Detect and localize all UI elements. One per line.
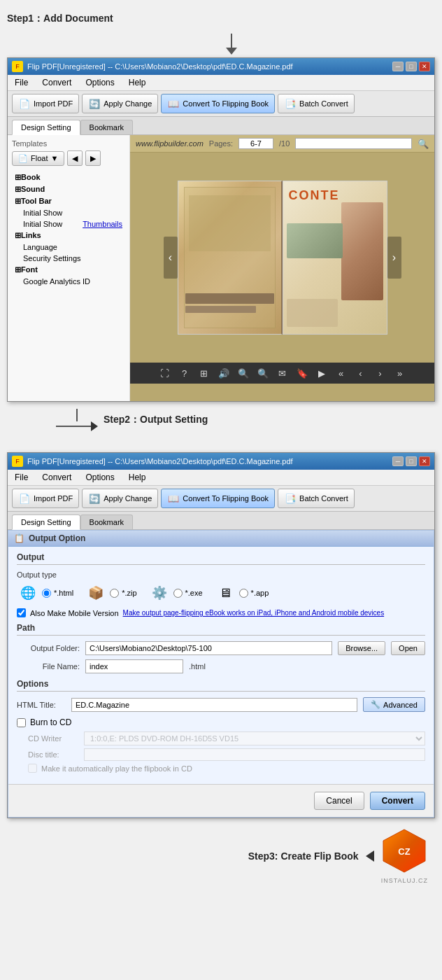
html-title-row: HTML Title: 🔧 Advanced <box>17 697 425 712</box>
output-type-exe: ⚙️ *.exe <box>148 583 203 603</box>
tree-analytics[interactable]: Google Analytics ID <box>12 276 125 287</box>
close-button[interactable]: ✕ <box>419 62 430 71</box>
zoom-in-button[interactable]: 🔍 <box>255 365 271 381</box>
output-type-app: 🖥 *.app <box>214 583 269 603</box>
autoplay-label: Make it automatically play the flipbook … <box>41 764 192 773</box>
apply-change-button[interactable]: 🔄 Apply Change <box>82 94 158 113</box>
open-button[interactable]: Open <box>391 641 425 655</box>
convert-button[interactable]: Convert <box>370 792 425 810</box>
maximize-button[interactable]: □ <box>406 62 417 71</box>
zip-radio[interactable] <box>110 589 119 598</box>
disc-title-input[interactable] <box>84 748 425 761</box>
maximize-button2[interactable]: □ <box>406 456 417 466</box>
app-label: *.app <box>251 589 269 597</box>
preview-area: www.flipbuilder.com Pages: /10 🔍 ‹ <box>130 135 434 401</box>
page-search-input[interactable] <box>295 138 412 149</box>
output-folder-input[interactable] <box>85 641 332 655</box>
path-section: Path Output Folder: Browse... Open File … <box>17 623 425 673</box>
apply-change-button2[interactable]: 🔄 Apply Change <box>82 489 158 508</box>
prev-page-button[interactable]: ‹ <box>164 237 178 279</box>
convert-flipping-book-button2[interactable]: 📖 Convert To Flipping Book <box>161 489 275 508</box>
tree-font[interactable]: ⊞Font <box>12 264 125 276</box>
menu2-options[interactable]: Options <box>83 471 117 484</box>
html-title-input[interactable] <box>71 698 357 712</box>
tree-initial-show[interactable]: Initial Show <box>12 207 125 218</box>
fullscreen-button[interactable]: ⛶ <box>157 365 173 381</box>
browse-button[interactable]: Browse... <box>338 641 385 655</box>
window2-titlebar: F Flip PDF[Unregistered] -- C:\Users\Mob… <box>8 453 434 470</box>
book-preview: ‹ <box>130 153 434 363</box>
menu-help[interactable]: Help <box>126 76 149 89</box>
tree-sound[interactable]: ⊞Sound <box>12 183 125 195</box>
pages-input[interactable] <box>238 138 273 149</box>
close-button2[interactable]: ✕ <box>419 456 430 466</box>
exe-radio[interactable] <box>173 589 183 598</box>
apply-icon: 🔄 <box>88 97 101 110</box>
flip-icon2: 📖 <box>167 492 180 505</box>
tree-toolbar[interactable]: ⊞Tool Bar <box>12 195 125 207</box>
first-page-button[interactable]: « <box>334 365 349 381</box>
mobile-version-row: Also Make Mobile Version Make output pag… <box>17 608 425 617</box>
float-template-button[interactable]: 📄 Float ▼ <box>12 151 64 166</box>
menu-file[interactable]: File <box>12 76 31 89</box>
tab-bookmark[interactable]: Bookmark <box>80 120 134 134</box>
grid-button[interactable]: ⊞ <box>197 365 212 381</box>
minimize-button[interactable]: ─ <box>392 62 404 71</box>
next-template-button[interactable]: ▶ <box>85 150 101 166</box>
cd-writer-select[interactable]: 1:0:0,E: PLDS DVD-ROM DH-16D5S VD15 <box>84 732 425 746</box>
prev-template-button[interactable]: ◀ <box>67 150 83 166</box>
tree-security[interactable]: Security Settings <box>12 253 125 264</box>
import-pdf-button2[interactable]: 📄 Import PDF <box>12 489 79 508</box>
menu2-help[interactable]: Help <box>126 471 149 484</box>
burn-cd-checkbox[interactable] <box>17 718 26 727</box>
zoom-out-button[interactable]: 🔍 <box>236 365 251 381</box>
exe-label: *.exe <box>185 589 203 597</box>
last-page-button[interactable]: » <box>392 365 408 381</box>
app-icon2: F <box>12 456 23 467</box>
html-radio[interactable] <box>42 589 51 598</box>
tree-thumbnails[interactable]: Initial ShowThumbnails <box>12 218 125 230</box>
instaluj-text: INSTALUJ.CZ <box>381 877 428 884</box>
help-button[interactable]: ? <box>177 365 192 381</box>
step1-label: Step1：Add Document <box>7 13 113 25</box>
menu-convert[interactable]: Convert <box>39 76 74 89</box>
email-button[interactable]: ✉ <box>275 365 290 381</box>
tab-design-setting[interactable]: Design Setting <box>12 120 80 135</box>
autoplay-checkbox[interactable] <box>28 764 37 773</box>
menu2-file[interactable]: File <box>12 471 31 484</box>
batch-convert-button[interactable]: 📑 Batch Convert <box>278 94 355 113</box>
output-option-title: 📋 Output Option <box>8 531 434 547</box>
mobile-version-checkbox[interactable] <box>17 608 26 617</box>
batch-convert-button2[interactable]: 📑 Batch Convert <box>278 489 355 508</box>
step3-section: Step3: Create Flip Book CZ INSTAL <box>7 818 435 891</box>
minimize-button2[interactable]: ─ <box>392 456 404 466</box>
cancel-button[interactable]: Cancel <box>314 792 364 810</box>
main-content1: Templates 📄 Float ▼ ◀ ▶ ⊞Book ⊞Sound ⊞To… <box>8 135 434 401</box>
prev-btn[interactable]: ‹ <box>353 365 369 381</box>
sound-button[interactable]: 🔊 <box>216 365 231 381</box>
book-right-page: CONTE <box>283 181 387 335</box>
next-page-button[interactable]: › <box>387 237 401 279</box>
import-pdf-button[interactable]: 📄 Import PDF <box>12 94 79 113</box>
menu-options[interactable]: Options <box>83 76 117 89</box>
tree-links[interactable]: ⊞Links <box>12 230 125 241</box>
next-btn[interactable]: › <box>373 365 388 381</box>
bookmark-button[interactable]: 🔖 <box>294 365 310 381</box>
menu2-convert[interactable]: Convert <box>39 471 74 484</box>
html-title-label: HTML Title: <box>17 701 66 709</box>
output-type-label: Output type <box>17 570 425 579</box>
filename-input[interactable] <box>85 659 183 673</box>
convert-flipping-book-button[interactable]: 📖 Convert To Flipping Book <box>161 94 275 113</box>
output-folder-label: Output Folder: <box>17 644 80 652</box>
search-button[interactable]: 🔍 <box>418 139 429 149</box>
app-radio[interactable] <box>239 589 248 598</box>
tab2-bookmark[interactable]: Bookmark <box>80 514 134 529</box>
burn-cd-label: Burn to CD <box>30 718 71 727</box>
tree-language[interactable]: Language <box>12 241 125 253</box>
mobile-link[interactable]: Make output page-flipping eBook works on… <box>123 609 385 617</box>
tree-book[interactable]: ⊞Book <box>12 172 125 183</box>
tab2-design-setting[interactable]: Design Setting <box>12 514 80 530</box>
play-button[interactable]: ▶ <box>314 365 329 381</box>
advanced-button[interactable]: 🔧 Advanced <box>363 697 425 712</box>
flip-icon: 📖 <box>167 97 180 110</box>
